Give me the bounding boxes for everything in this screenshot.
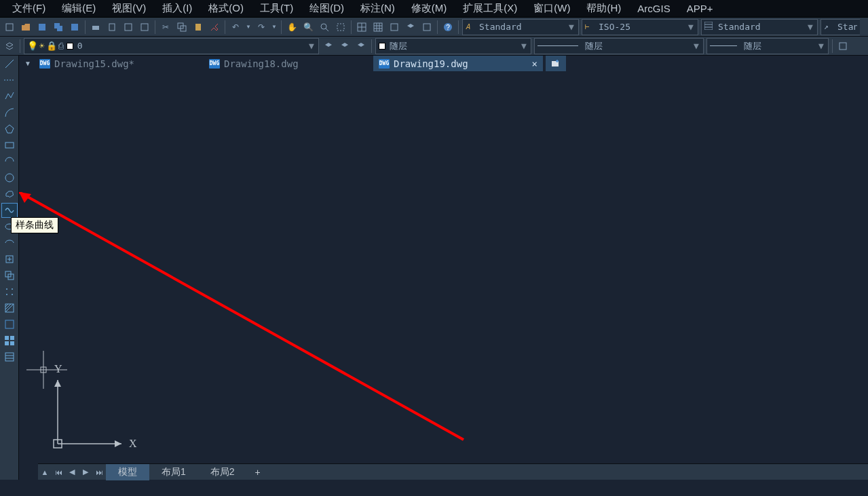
menu-annotate[interactable]: 标注(N) — [352, 1, 403, 16]
layout-tab-2[interactable]: 布局2 — [198, 464, 247, 480]
tab-list-dropdown[interactable]: ▼ — [22, 56, 34, 71]
lineweight-dropdown[interactable]: 随层 ▼ — [706, 38, 829, 54]
block-insert-tool[interactable] — [1, 252, 18, 267]
spline-tool[interactable] — [1, 203, 18, 218]
menu-modify[interactable]: 修改(M) — [403, 1, 455, 16]
zoom-icon[interactable]: 🔍 — [301, 20, 315, 34]
layout-prev-button[interactable]: ◀ — [65, 465, 79, 479]
svg-rect-17 — [374, 23, 382, 31]
help-icon[interactable]: ? — [441, 20, 455, 34]
menu-extensions[interactable]: 扩展工具(X) — [455, 1, 525, 16]
toolbar-layers: 💡 ☀ 🔒 ⎙ 0 ▼ 随层 ▼ 随层 ▼ 随层 ▼ — [0, 37, 868, 56]
menu-edit[interactable]: 编辑(E) — [54, 1, 104, 16]
file-tab-label: Drawing15.dwg* — [54, 58, 134, 69]
print-icon[interactable] — [89, 20, 102, 34]
svg-text:Y: Y — [54, 364, 62, 375]
other-style-dropdown[interactable]: ↗ Stan — [820, 19, 860, 35]
circle-tool[interactable] — [1, 170, 18, 185]
publish-icon[interactable] — [138, 20, 151, 34]
redo-icon[interactable]: ↷ — [254, 20, 268, 34]
file-tab-1[interactable]: DWG Drawing15.dwg* — [34, 56, 204, 71]
menu-tools[interactable]: 工具(T) — [252, 1, 301, 16]
redo-dd-icon[interactable]: ▼ — [271, 20, 278, 34]
region-tool[interactable] — [1, 333, 18, 348]
plot-icon[interactable] — [121, 20, 135, 34]
cut-icon[interactable]: ✂ — [159, 20, 172, 34]
save-icon[interactable] — [35, 20, 49, 34]
table-tool[interactable] — [1, 349, 18, 364]
menu-window[interactable]: 窗口(W) — [525, 1, 578, 16]
undo-icon[interactable]: ↶ — [229, 20, 242, 34]
undo-dd-icon[interactable]: ▼ — [245, 20, 252, 34]
layer-tools-1-icon[interactable] — [322, 39, 335, 53]
menu-file[interactable]: 文件(F) — [4, 1, 54, 16]
new-tab-button[interactable] — [546, 56, 566, 71]
menu-view[interactable]: 视图(V) — [104, 1, 154, 16]
print-preview-icon[interactable] — [105, 20, 119, 34]
line-tool[interactable] — [1, 56, 18, 71]
saveas-icon[interactable] — [68, 20, 81, 34]
saveall-icon[interactable] — [52, 20, 65, 34]
layer-tools-3-icon[interactable] — [354, 39, 368, 53]
polygon-tool[interactable] — [1, 121, 18, 136]
table-icon[interactable] — [355, 20, 369, 34]
main-area: ▼ DWG Drawing15.dwg* DWG Drawing18.dwg D… — [0, 56, 868, 480]
add-layout-button[interactable]: + — [247, 465, 269, 480]
ellipse-arc-tool[interactable] — [1, 235, 18, 250]
layout-tab-model[interactable]: 模型 — [106, 464, 149, 480]
close-icon[interactable]: × — [532, 58, 537, 69]
layout-tab-1[interactable]: 布局1 — [149, 464, 198, 480]
grid-icon[interactable] — [371, 20, 385, 34]
layout-last-button[interactable]: ⏭ — [92, 465, 106, 479]
menu-draw[interactable]: 绘图(D) — [301, 1, 352, 16]
revision-cloud-tool[interactable] — [1, 187, 18, 202]
layer-tools-2-icon[interactable] — [338, 39, 352, 53]
zoom-extents-icon[interactable] — [318, 20, 331, 34]
drawing-canvas[interactable]: ▼ DWG Drawing15.dwg* DWG Drawing18.dwg D… — [19, 56, 868, 480]
file-tab-3[interactable]: DWG Drawing19.dwg × — [373, 56, 543, 71]
copy-icon[interactable] — [175, 20, 189, 34]
polyline-tool[interactable] — [1, 89, 18, 104]
open-icon[interactable] — [19, 20, 33, 34]
layout-menu-button[interactable]: ▲ — [38, 465, 52, 479]
menu-format[interactable]: 格式(O) — [200, 1, 252, 16]
paste-icon[interactable] — [191, 20, 205, 34]
pan-icon[interactable]: ✋ — [285, 20, 299, 34]
arc2-tool[interactable] — [1, 154, 18, 169]
linetype-value: 随层 — [585, 40, 692, 52]
layer-extra-icon[interactable] — [836, 39, 850, 53]
file-tab-2[interactable]: DWG Drawing18.dwg — [204, 56, 373, 71]
menu-arcgis[interactable]: ArcGIS — [629, 1, 678, 16]
menu-insert[interactable]: 插入(I) — [154, 1, 200, 16]
construction-line-tool[interactable] — [1, 73, 18, 88]
zoom-window-icon[interactable] — [334, 20, 347, 34]
gradient-tool[interactable] — [1, 317, 18, 332]
menu-app-plus[interactable]: APP+ — [679, 1, 721, 16]
svg-rect-29 — [839, 43, 846, 50]
layer-dropdown[interactable]: 💡 ☀ 🔒 ⎙ 0 ▼ — [24, 38, 319, 54]
hatch-tool[interactable] — [1, 301, 18, 316]
color-dropdown[interactable]: 随层 ▼ — [375, 38, 531, 54]
new-icon[interactable] — [3, 20, 16, 34]
arc-tool[interactable] — [1, 105, 18, 120]
properties-icon[interactable] — [388, 20, 401, 34]
dropdown-icon: ▼ — [692, 41, 700, 51]
layer-color-swatch — [67, 43, 73, 50]
text-style-dropdown[interactable]: A Standard ▼ — [462, 19, 579, 35]
matchprop-icon[interactable] — [208, 20, 221, 34]
linetype-dropdown[interactable]: 随层 ▼ — [534, 38, 704, 54]
point-tool[interactable] — [1, 284, 18, 299]
linetype-preview — [537, 45, 578, 46]
rectangle-tool[interactable] — [1, 138, 18, 153]
block-create-tool[interactable] — [1, 268, 18, 283]
menu-help[interactable]: 帮助(H) — [578, 1, 629, 16]
table-style-dropdown[interactable]: Standard ▼ — [701, 19, 818, 35]
layout-first-button[interactable]: ⏮ — [52, 465, 65, 479]
layers-icon[interactable] — [404, 20, 417, 34]
layout-next-button[interactable]: ▶ — [79, 465, 92, 479]
ucs-icon: X Y — [49, 364, 137, 453]
dim-style-dropdown[interactable]: ⊢ ISO-25 ▼ — [582, 19, 698, 35]
layer-manager-icon[interactable] — [3, 39, 16, 53]
svg-rect-48 — [10, 336, 14, 340]
design-center-icon[interactable] — [420, 20, 434, 34]
